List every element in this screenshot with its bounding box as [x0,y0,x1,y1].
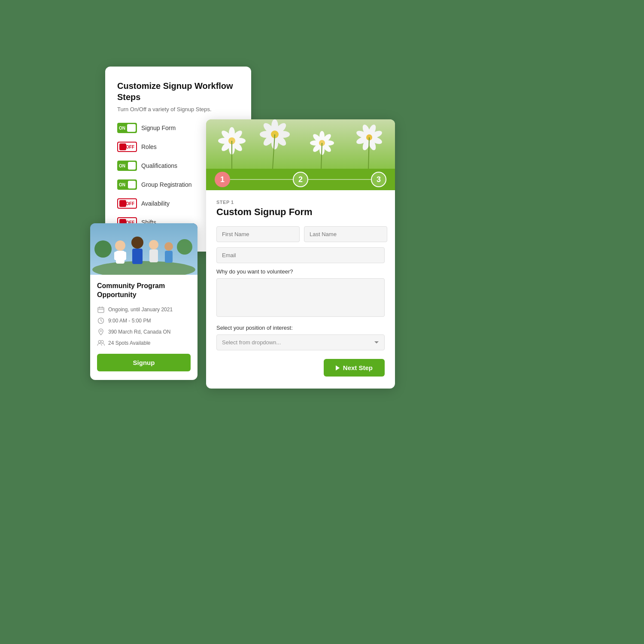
toggle-qualifications[interactable]: ON [117,161,137,171]
svg-point-9 [149,240,158,249]
step-2-number: 2 [298,175,303,184]
toggle-group-registration[interactable]: ON [117,179,137,190]
step-1-number: 1 [220,175,225,184]
signup-form-panel: 1 2 3 STEP 1 Custom Signup Form Why do y… [206,119,395,389]
svg-point-3 [115,240,125,251]
svg-point-22 [100,330,102,331]
signup-button[interactable]: Signup [97,354,191,371]
step-line-1 [230,179,293,180]
toggle-label-signup-form: Signup Form [141,125,176,131]
info-location-text: 390 March Rd, Canada ON [108,329,170,335]
info-date: Ongoing, until January 2021 [97,306,191,313]
volunteer-question: Why do you want to volunteer? [216,268,385,275]
svg-rect-8 [132,249,143,264]
toggle-roles[interactable]: OFF [117,142,137,152]
clock-icon [97,317,105,325]
svg-rect-15 [98,307,104,313]
svg-point-13 [94,240,112,258]
step-label: STEP 1 [216,200,385,205]
last-name-input[interactable] [304,226,387,242]
form-hero-image [206,119,395,169]
svg-rect-12 [165,251,173,263]
step-2-circle[interactable]: 2 [293,172,308,187]
community-body: Community Program Opportunity Ongoing, u… [90,275,197,380]
info-time-text: 9:00 AM - 5:00 PM [108,318,151,324]
next-step-label: Next Step [343,364,373,371]
info-spots: 24 Spots Available [97,339,191,347]
step-3-circle[interactable]: 3 [371,172,386,187]
location-icon [97,328,105,336]
form-body: STEP 1 Custom Signup Form Why do you wan… [206,190,395,389]
info-time: 9:00 AM - 5:00 PM [97,317,191,325]
community-panel: Community Program Opportunity Ongoing, u… [90,223,197,380]
svg-line-21 [101,321,102,322]
next-step-button[interactable]: Next Step [324,359,385,377]
toggle-label-roles: Roles [141,143,157,150]
volunteer-textarea[interactable] [216,278,385,317]
svg-point-24 [101,340,103,343]
first-name-input[interactable] [216,226,300,242]
email-input[interactable] [216,247,385,263]
name-row [216,226,385,242]
workflow-title: Customize Signup Workflow Steps [117,80,239,103]
toggle-label-qualifications: Qualifications [141,162,177,169]
calendar-icon [97,306,105,313]
toggle-label-group-registration: Group Registration [141,181,192,188]
info-spots-text: 24 Spots Available [108,340,151,346]
toggle-label-availability: Availability [141,200,170,207]
svg-rect-6 [122,252,126,260]
steps-bar: 1 2 3 [206,169,395,190]
toggle-signup-form[interactable]: ON [117,123,137,133]
position-select[interactable]: Select from dropdown... [216,334,385,350]
play-icon [336,365,340,371]
svg-point-11 [164,242,173,251]
toggle-availability[interactable]: OFF [117,198,137,209]
svg-point-7 [131,237,143,249]
community-title: Community Program Opportunity [97,282,191,300]
svg-point-14 [177,239,192,255]
community-image [90,223,197,275]
svg-rect-5 [114,252,118,260]
svg-point-23 [98,340,101,343]
step-1-circle[interactable]: 1 [215,172,230,187]
workflow-subtitle: Turn On/Off a variety of Signup Steps. [117,106,239,112]
position-label: Select your position of interest: [216,325,385,331]
info-location: 390 March Rd, Canada ON [97,328,191,336]
svg-rect-10 [149,249,158,262]
info-date-text: Ongoing, until January 2021 [108,307,173,313]
step-line-2 [308,179,371,180]
people-icon [97,339,105,347]
step-3-number: 3 [377,175,381,184]
form-title: Custom Signup Form [216,207,385,218]
